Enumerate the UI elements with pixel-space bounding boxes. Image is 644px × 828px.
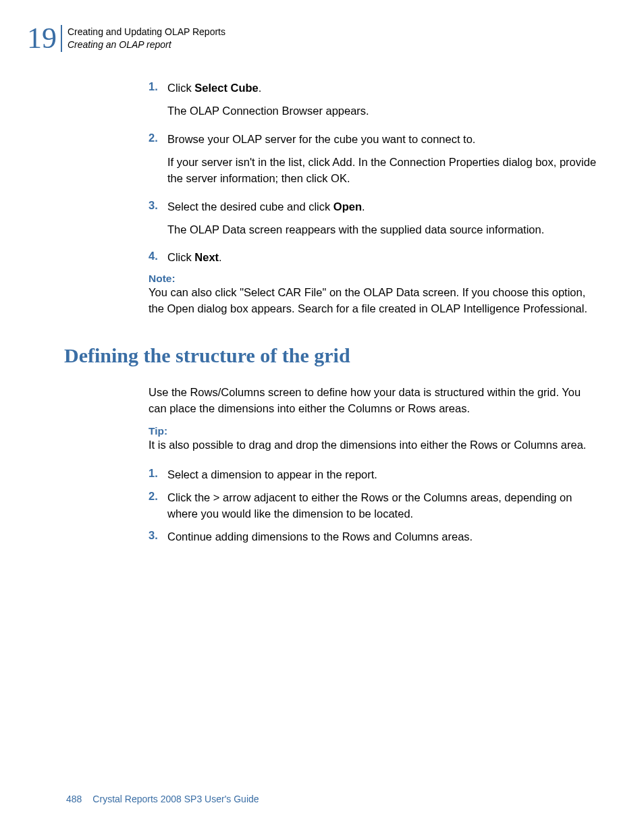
step-text: Select a dimension to appear in the repo… <box>167 467 377 483</box>
header-text-block: Creating and Updating OLAP Reports Creat… <box>68 26 225 51</box>
step-description: The OLAP Data screen reappears with the … <box>167 222 597 238</box>
step-prefix: Click <box>167 82 194 94</box>
step-number: 2. <box>149 490 167 522</box>
step-suffix: . <box>219 251 222 263</box>
header-title: Creating and Updating OLAP Reports <box>68 26 225 38</box>
step-suffix: . <box>362 200 365 213</box>
step-item: 2. Click the > arrow adjacent to either … <box>149 490 597 522</box>
page-container: 19 Creating and Updating OLAP Reports Cr… <box>0 0 644 828</box>
step-item: 2. Browse your OLAP server for the cube … <box>149 132 597 148</box>
step-number: 1. <box>149 80 167 96</box>
step-bold: Next <box>194 251 219 263</box>
step-item: 3. Select the desired cube and click Ope… <box>149 199 597 215</box>
step-description: The OLAP Connection Browser appears. <box>167 103 597 119</box>
step-number: 3. <box>149 199 167 215</box>
step-number: 2. <box>149 132 167 148</box>
step-prefix: Click <box>167 251 194 263</box>
step-prefix: Select the desired cube and click <box>167 200 333 213</box>
step-bold: Open <box>333 200 362 213</box>
main-content: 1. Click Select Cube. The OLAP Connectio… <box>27 80 597 317</box>
step-text: Click Next. <box>167 250 222 266</box>
header-subtitle: Creating an OLAP report <box>68 38 225 51</box>
step-suffix: . <box>259 82 262 94</box>
section-content: Use the Rows/Columns screen to define ho… <box>27 385 597 545</box>
page-number: 488 <box>66 794 82 804</box>
step-description: If your server isn't in the list, click … <box>167 155 597 187</box>
step-item: 3. Continue adding dimensions to the Row… <box>149 529 597 545</box>
step-text: Continue adding dimensions to the Rows a… <box>167 529 473 545</box>
note-body: You can also click "Select CAR File" on … <box>149 285 597 317</box>
step-item: 1. Select a dimension to appear in the r… <box>149 467 597 483</box>
step-text: Click the > arrow adjacent to either the… <box>167 490 597 522</box>
step-text: Select the desired cube and click Open. <box>167 199 365 215</box>
note-label: Note: <box>149 273 597 285</box>
step-item: 4. Click Next. <box>149 250 597 266</box>
step-number: 1. <box>149 467 167 483</box>
step-number: 4. <box>149 250 167 266</box>
step-text: Browse your OLAP server for the cube you… <box>167 132 475 148</box>
step-text: Click Select Cube. <box>167 80 261 96</box>
page-footer: 488Crystal Reports 2008 SP3 User's Guide <box>66 794 259 804</box>
section-heading: Defining the structure of the grid <box>27 344 597 367</box>
chapter-number: 19 <box>27 24 61 53</box>
footer-title: Crystal Reports 2008 SP3 User's Guide <box>92 794 259 804</box>
page-header: 19 Creating and Updating OLAP Reports Cr… <box>27 24 597 53</box>
section-intro: Use the Rows/Columns screen to define ho… <box>149 385 597 417</box>
tip-label: Tip: <box>149 425 597 437</box>
header-divider <box>61 25 62 52</box>
step-bold: Select Cube <box>194 82 258 94</box>
tip-body: It is also possible to drag and drop the… <box>149 437 597 453</box>
step-item: 1. Click Select Cube. <box>149 80 597 96</box>
step-number: 3. <box>149 529 167 545</box>
